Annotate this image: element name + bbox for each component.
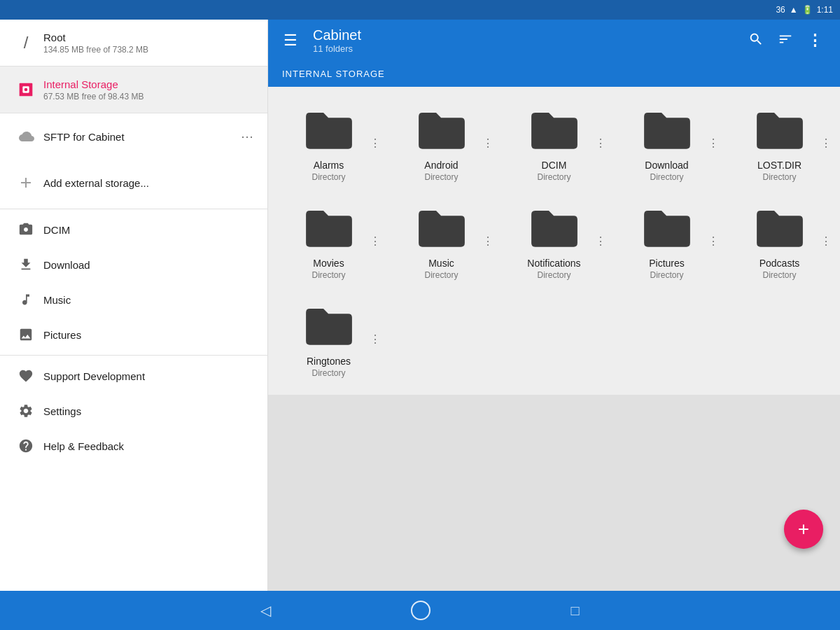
folder-pictures-icon — [639, 204, 695, 252]
internal-storage-title: Internal Storage — [43, 78, 256, 90]
download-label: Download — [43, 259, 90, 271]
folder-download[interactable]: Download Directory ⋮ — [612, 95, 722, 190]
folder-notifications[interactable]: Notifications Directory ⋮ — [499, 193, 609, 288]
folder-android-more[interactable]: ⋮ — [481, 134, 495, 153]
sidebar-item-root[interactable]: / Root 134.85 MB free of 738.2 MB — [0, 20, 267, 66]
sidebar-item-sftp[interactable]: SFTP for Cabinet ⋯ — [0, 113, 267, 160]
sidebar-item-download[interactable]: Download — [0, 247, 267, 282]
pictures-label: Pictures — [43, 329, 81, 341]
folder-alarms-name: Alarms — [312, 160, 345, 171]
root-subtitle: 134.85 MB free of 738.2 MB — [43, 45, 256, 55]
help-icon — [11, 438, 41, 454]
heart-icon — [11, 368, 41, 384]
folder-movies-icon — [301, 204, 357, 252]
folder-music-icon — [414, 204, 470, 252]
folder-lostdir-more[interactable]: ⋮ — [819, 134, 833, 153]
fab-add-button[interactable]: + — [784, 510, 823, 549]
camera-icon — [11, 222, 41, 237]
cloud-icon — [11, 122, 41, 151]
sidebar-item-help[interactable]: Help & Feedback — [0, 428, 267, 463]
sidebar-divider-1 — [0, 209, 267, 209]
folder-download-more[interactable]: ⋮ — [706, 134, 720, 153]
folder-notifications-more[interactable]: ⋮ — [594, 232, 608, 251]
sidebar-item-internal-storage[interactable]: Internal Storage 67.53 MB free of 98.43 … — [0, 66, 267, 113]
settings-icon — [11, 403, 41, 419]
folder-alarms-more[interactable]: ⋮ — [368, 134, 382, 153]
nav-home-button[interactable] — [411, 601, 430, 620]
folder-podcasts-name: Podcasts — [760, 258, 800, 269]
folder-movies-more[interactable]: ⋮ — [368, 232, 382, 251]
folder-alarms-type: Directory — [312, 172, 345, 182]
folder-pictures-more[interactable]: ⋮ — [706, 232, 720, 251]
folder-pictures-name: Pictures — [649, 258, 685, 269]
nav-back-button[interactable]: ◁ — [260, 602, 271, 619]
folder-music-name: Music — [424, 258, 458, 269]
internal-storage-subtitle: 67.53 MB free of 98.43 MB — [43, 92, 256, 102]
main-content: ☰ Cabinet 11 folders ⋮ — [268, 20, 840, 591]
sidebar: / Root 134.85 MB free of 738.2 MB Intern… — [0, 20, 268, 591]
app-container: / Root 134.85 MB free of 738.2 MB Intern… — [0, 20, 840, 591]
folder-android-name: Android — [424, 160, 458, 171]
folder-alarms[interactable]: Alarms Directory ⋮ — [274, 95, 384, 190]
nav-recent-button[interactable]: □ — [570, 603, 579, 619]
storage-icon — [11, 75, 41, 104]
folder-movies[interactable]: Movies Directory ⋮ — [274, 193, 384, 288]
folder-music[interactable]: Music Directory ⋮ — [386, 193, 496, 288]
folder-dcim-name: DCIM — [537, 160, 570, 171]
folder-pictures[interactable]: Pictures Directory ⋮ — [612, 193, 722, 288]
file-grid: Alarms Directory ⋮ Android Directory — [274, 95, 834, 386]
folder-dcim-more[interactable]: ⋮ — [594, 134, 608, 153]
folder-notifications-icon — [526, 204, 582, 252]
sidebar-item-dcim[interactable]: DCIM — [0, 212, 267, 247]
signal-bars: ▲ — [790, 5, 798, 15]
folder-alarms-icon — [301, 106, 357, 154]
folder-podcasts-type: Directory — [760, 270, 800, 280]
folder-podcasts-more[interactable]: ⋮ — [819, 232, 833, 251]
folder-lostdir-type: Directory — [757, 172, 802, 182]
music-label: Music — [43, 294, 71, 306]
folder-android[interactable]: Android Directory ⋮ — [386, 95, 496, 190]
settings-label: Settings — [43, 405, 81, 417]
file-area: Alarms Directory ⋮ Android Directory — [268, 87, 840, 395]
folder-movies-name: Movies — [312, 258, 345, 269]
storage-label: INTERNAL STORAGE — [282, 69, 385, 79]
status-bar: 36 ▲ 🔋 1:11 — [0, 0, 840, 20]
sidebar-item-music[interactable]: Music — [0, 282, 267, 317]
search-button[interactable] — [743, 26, 769, 56]
filter-button[interactable] — [772, 26, 799, 56]
battery-icon: 🔋 — [802, 5, 813, 15]
folder-download-name: Download — [645, 160, 688, 171]
add-icon — [11, 168, 41, 197]
folder-ringtones-more[interactable]: ⋮ — [368, 330, 382, 349]
folder-lostdir[interactable]: LOST.DIR Directory ⋮ — [724, 95, 834, 190]
folder-dcim[interactable]: DCIM Directory ⋮ — [499, 95, 609, 190]
toolbar: ☰ Cabinet 11 folders ⋮ — [268, 20, 840, 62]
add-external-title: Add external storage... — [43, 177, 256, 189]
sidebar-divider-2 — [0, 355, 267, 356]
more-options-button[interactable]: ⋮ — [802, 26, 829, 55]
sidebar-item-settings[interactable]: Settings — [0, 393, 267, 428]
folder-podcasts[interactable]: Podcasts Directory ⋮ — [724, 193, 834, 288]
folder-android-type: Directory — [424, 172, 458, 182]
folder-notifications-name: Notifications — [527, 258, 580, 269]
folder-lostdir-name: LOST.DIR — [757, 160, 802, 171]
sftp-more-button[interactable]: ⋯ — [238, 126, 256, 147]
sidebar-item-add-external[interactable]: Add external storage... — [0, 160, 267, 206]
menu-button[interactable]: ☰ — [279, 27, 302, 54]
folder-pictures-type: Directory — [649, 270, 685, 280]
file-area-wrapper: Alarms Directory ⋮ Android Directory — [268, 87, 840, 591]
folder-ringtones-type: Directory — [307, 368, 351, 378]
support-label: Support Development — [43, 370, 145, 382]
svg-point-2 — [24, 88, 28, 92]
folder-download-icon — [639, 106, 695, 154]
folder-music-more[interactable]: ⋮ — [481, 232, 495, 251]
pictures-icon — [11, 327, 41, 342]
music-icon — [11, 292, 41, 307]
sidebar-item-support[interactable]: Support Development — [0, 358, 267, 393]
folder-ringtones[interactable]: Ringtones Directory ⋮ — [274, 291, 384, 386]
time-display: 1:11 — [817, 5, 833, 15]
folder-notifications-type: Directory — [527, 270, 580, 280]
toolbar-title: Cabinet — [313, 27, 734, 43]
sidebar-item-pictures[interactable]: Pictures — [0, 317, 267, 352]
signal-icon: 36 — [776, 5, 785, 15]
